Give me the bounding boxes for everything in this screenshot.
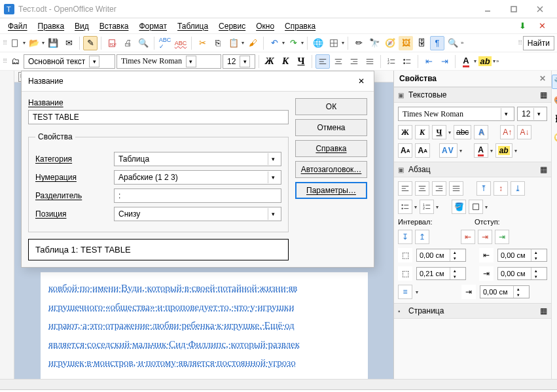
print-button[interactable]: 🖨 bbox=[120, 36, 135, 50]
dialog-titlebar[interactable]: Название ✕ bbox=[22, 82, 374, 92]
pane-subscript-button[interactable]: AA bbox=[415, 143, 429, 158]
pane-char-spacing-button[interactable]: AV bbox=[439, 143, 458, 158]
pane-border-button[interactable] bbox=[469, 200, 483, 214]
pane-close-icon[interactable]: ✕ bbox=[539, 74, 546, 83]
indent-dec-button[interactable]: ⇤ bbox=[461, 230, 475, 244]
datasources-button[interactable]: 🗄 bbox=[414, 36, 429, 50]
align-right-button[interactable] bbox=[347, 54, 361, 69]
pane-bullets-button[interactable] bbox=[398, 200, 412, 214]
pane-font-color-button[interactable]: A bbox=[474, 143, 488, 158]
menu-help[interactable]: Справка bbox=[279, 20, 321, 32]
page-section-header[interactable]: ▪ Страница ▦ bbox=[394, 303, 551, 319]
font-color-button[interactable]: A bbox=[459, 54, 473, 69]
toolbar-grip[interactable]: ⠿ bbox=[3, 39, 7, 46]
pane-bold-button[interactable]: Ж bbox=[398, 125, 412, 139]
pane-shrink-font-button[interactable]: A↓ bbox=[517, 125, 531, 139]
email-button[interactable]: ✉ bbox=[62, 36, 76, 50]
save-button[interactable]: 💾 bbox=[46, 36, 60, 50]
section-menu-icon[interactable]: ▦ bbox=[540, 306, 547, 315]
menu-file[interactable]: Файл bbox=[3, 20, 33, 32]
spacing-inc-button[interactable]: ↧ bbox=[398, 230, 412, 244]
paragraph-style-combo[interactable]: Основной текст ▾ bbox=[24, 54, 115, 69]
pane-size-combo[interactable]: 12▾ bbox=[517, 107, 547, 121]
section-menu-icon[interactable]: ▦ bbox=[540, 90, 547, 99]
decrease-indent-button[interactable]: ⇤ bbox=[422, 54, 436, 69]
menu-window[interactable]: Окно bbox=[251, 20, 279, 32]
paste-button[interactable]: 📋 bbox=[226, 36, 241, 50]
view-multipage-icon[interactable]: ▯▯ bbox=[376, 389, 390, 393]
undo-button[interactable]: ↶ bbox=[267, 36, 281, 50]
bullet-list-button[interactable] bbox=[400, 54, 414, 69]
pane-textbottom-button[interactable]: ⤓ bbox=[511, 181, 525, 196]
nonprinting-button[interactable]: ¶ bbox=[430, 36, 444, 50]
indent-left-input[interactable]: ▴▾ bbox=[497, 249, 547, 262]
show-draw-button[interactable]: ✏ bbox=[351, 36, 366, 50]
menu-service[interactable]: Сервис bbox=[213, 20, 251, 32]
menu-format[interactable]: Формат bbox=[134, 20, 172, 32]
menu-table[interactable]: Таблица bbox=[172, 20, 213, 32]
bold-button[interactable]: Ж bbox=[262, 54, 277, 69]
insert-table-button[interactable] bbox=[327, 36, 341, 50]
font-name-combo[interactable]: Times New Roman ▾ bbox=[117, 54, 221, 69]
pane-bgcolor-button[interactable]: 🪣 bbox=[452, 200, 466, 214]
sidebar-tab-functions[interactable]: 🧭 bbox=[552, 130, 557, 144]
pane-textmiddle-button[interactable]: ↕ bbox=[494, 181, 508, 196]
copy-button[interactable]: ⎘ bbox=[211, 36, 225, 50]
pane-strike-button[interactable]: abc bbox=[454, 125, 471, 139]
numbering-combo[interactable]: Арабские (1 2 3)▾ bbox=[114, 170, 281, 185]
zoom-button[interactable]: 🔍 bbox=[446, 36, 460, 50]
find-replace-button[interactable]: 🔭 bbox=[367, 36, 382, 50]
position-combo[interactable]: Снизу▾ bbox=[114, 207, 281, 221]
align-center-button[interactable] bbox=[331, 54, 346, 69]
pane-italic-button[interactable]: К bbox=[415, 125, 429, 139]
gallery-button[interactable]: 🖼 bbox=[399, 36, 413, 50]
minimize-button[interactable] bbox=[475, 1, 501, 18]
spacing-dec-button[interactable]: ↥ bbox=[415, 230, 429, 244]
pane-highlight-button[interactable]: ab bbox=[495, 143, 512, 158]
format-grip[interactable]: ⠿ bbox=[3, 58, 7, 65]
dialog-help-button[interactable]: Справка bbox=[295, 140, 367, 157]
highlight-color-button[interactable]: ab bbox=[478, 54, 492, 69]
linespacing-button[interactable]: ≡ bbox=[398, 285, 412, 299]
indent-right-input[interactable]: ▴▾ bbox=[497, 267, 547, 280]
spellcheck-button[interactable]: ABC✓ bbox=[158, 36, 172, 50]
hyperlink-button[interactable]: 🌐 bbox=[311, 36, 325, 50]
document-page[interactable]: ковбой·по·имени·Вуди,·который·в·своей·по… bbox=[41, 272, 368, 379]
space-below-input[interactable]: ▴▾ bbox=[416, 267, 466, 280]
pane-align-center-button[interactable] bbox=[415, 181, 429, 196]
pane-grow-font-button[interactable]: A↑ bbox=[500, 125, 514, 139]
menu-view[interactable]: Вид bbox=[69, 20, 94, 32]
pane-shadow-button[interactable]: A bbox=[474, 125, 488, 139]
firstline-indent-input[interactable]: ▴▾ bbox=[480, 285, 530, 298]
pane-align-right-button[interactable] bbox=[432, 181, 446, 196]
pane-texttop-button[interactable]: ⤒ bbox=[476, 181, 491, 196]
maximize-button[interactable] bbox=[501, 1, 527, 18]
pane-font-combo[interactable]: Times New Roman▾ bbox=[398, 107, 514, 121]
view-book-icon[interactable]: 📖 bbox=[398, 389, 412, 393]
edit-mode-button[interactable]: ✎ bbox=[83, 36, 98, 50]
firstline-indent-button[interactable]: ⇥ bbox=[495, 230, 509, 244]
pane-numbering-button[interactable]: 12 bbox=[420, 200, 434, 214]
menu-insert[interactable]: Вставка bbox=[94, 20, 134, 32]
align-left-button[interactable] bbox=[315, 54, 330, 69]
text-section-header[interactable]: ▣ Текстовые ▦ bbox=[394, 87, 551, 103]
caption-name-input[interactable] bbox=[28, 110, 289, 124]
pane-superscript-button[interactable]: AA bbox=[398, 143, 412, 158]
autospell-button[interactable]: ABC bbox=[173, 36, 188, 50]
download-icon[interactable]: ⬇ bbox=[515, 19, 530, 33]
styles-button[interactable]: 🗂 bbox=[8, 54, 22, 69]
dialog-params-button[interactable]: Параметры… bbox=[295, 182, 367, 199]
close-window-button[interactable] bbox=[527, 1, 553, 18]
italic-button[interactable]: К bbox=[278, 54, 293, 69]
dialog-cancel-button[interactable]: Отмена bbox=[295, 119, 367, 136]
open-button[interactable]: 📂 bbox=[27, 36, 41, 50]
section-menu-icon[interactable]: ▦ bbox=[540, 165, 547, 174]
format-paintbrush-button[interactable]: 🖌 bbox=[245, 36, 260, 50]
new-doc-button[interactable] bbox=[8, 36, 22, 50]
separator-input[interactable] bbox=[114, 188, 281, 203]
find-toolbar-input[interactable]: Найти bbox=[523, 36, 554, 50]
find-grip[interactable]: ⠿ bbox=[518, 39, 522, 46]
increase-indent-button[interactable]: ⇥ bbox=[437, 54, 452, 69]
dialog-autocaption-button[interactable]: Автозаголовок… bbox=[295, 161, 367, 178]
dialog-close-icon[interactable]: ✕ bbox=[355, 82, 367, 87]
